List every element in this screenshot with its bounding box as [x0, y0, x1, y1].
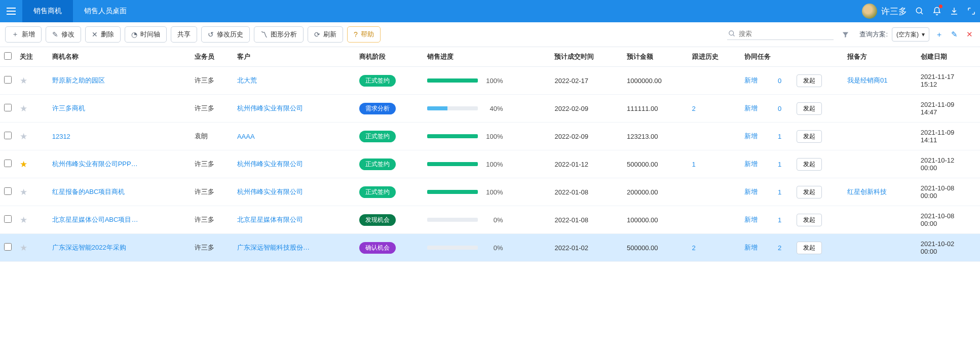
filter-icon[interactable]	[838, 28, 853, 42]
cotask-count-link[interactable]: 1	[778, 216, 781, 224]
table-row[interactable]: ★广东深远智能2022年采购许三多广东深远智能科技股份…确认机会0%2022-0…	[0, 234, 980, 262]
scheme-add-button[interactable]: ＋	[933, 29, 945, 40]
row-checkbox[interactable]	[4, 215, 12, 223]
table-row[interactable]: ★12312袁朗AAAA正式签约100%2022-02-09123213.00新…	[0, 123, 980, 150]
initiate-button[interactable]: 发起	[797, 130, 822, 143]
cotask-new-link[interactable]: 新增	[744, 188, 758, 195]
customer-link[interactable]: 杭州伟峰实业有限公司	[237, 187, 313, 196]
reporter-link[interactable]: 我是经销商01	[847, 76, 887, 84]
initiate-button[interactable]: 发起	[797, 102, 822, 115]
row-checkbox[interactable]	[4, 187, 12, 195]
opportunity-name-link[interactable]: 许三多商机	[52, 104, 138, 113]
customer-link[interactable]: 广东深远智能科技股份…	[237, 243, 313, 252]
col-name[interactable]: 商机名称	[48, 47, 191, 67]
cotask-new-link[interactable]: 新增	[744, 160, 758, 168]
opportunity-name-link[interactable]: 杭州伟峰实业有限公司PPP…	[52, 160, 138, 169]
username[interactable]: 许三多	[881, 0, 907, 22]
col-reporter[interactable]: 报备方	[843, 47, 917, 67]
cotask-count-link[interactable]: 0	[778, 105, 781, 112]
table-row[interactable]: ★许三多商机许三多杭州伟峰实业有限公司需求分析40%2022-02-091111…	[0, 95, 980, 123]
table-row[interactable]: ★北京星星媒体公司ABC项目…许三多北京星星媒体有限公司发现机会0%2022-0…	[0, 206, 980, 234]
initiate-button[interactable]: 发起	[797, 74, 822, 87]
add-button[interactable]: ＋新增	[5, 26, 42, 43]
followhist-link[interactable]: 2	[692, 244, 696, 252]
star-icon[interactable]: ★	[20, 132, 27, 141]
avatar[interactable]	[862, 4, 877, 19]
help-button[interactable]: ?帮助	[347, 26, 381, 43]
search-field[interactable]	[727, 29, 834, 40]
bell-icon[interactable]	[928, 0, 946, 22]
cotask-count-link[interactable]: 2	[778, 244, 781, 252]
followhist-link[interactable]: 1	[692, 161, 696, 168]
history-button[interactable]: ↺修改历史	[201, 26, 250, 43]
opportunity-name-link[interactable]: 广东深远智能2022年采购	[52, 243, 138, 252]
graph-button[interactable]: 〽图形分析	[254, 26, 304, 43]
customer-link[interactable]: 北京星星媒体有限公司	[237, 215, 313, 224]
opportunity-name-link[interactable]: 红星报备的ABC项目商机	[52, 187, 138, 196]
customer-link[interactable]: AAAA	[237, 133, 313, 140]
col-followhist[interactable]: 跟进历史	[688, 47, 740, 67]
refresh-button[interactable]: ⟳刷新	[308, 26, 343, 43]
initiate-button[interactable]: 发起	[797, 242, 822, 254]
share-button[interactable]: 共享	[171, 26, 197, 43]
table-row[interactable]: ★红星报备的ABC项目商机许三多杭州伟峰实业有限公司正式签约100%2022-0…	[0, 178, 980, 206]
table-row[interactable]: ★杭州伟峰实业有限公司PPP…许三多杭州伟峰实业有限公司正式签约100%2022…	[0, 150, 980, 178]
opportunity-name-link[interactable]: 野原新之助的园区	[52, 76, 138, 85]
opportunity-name-link[interactable]: 12312	[52, 133, 138, 140]
row-checkbox[interactable]	[4, 76, 12, 84]
initiate-button[interactable]: 发起	[797, 214, 822, 226]
star-icon[interactable]: ★	[20, 243, 27, 253]
initiate-button[interactable]: 发起	[797, 186, 822, 199]
expand-icon[interactable]	[963, 0, 980, 22]
cotask-new-link[interactable]: 新增	[744, 216, 758, 223]
expdate-cell: 2022-02-09	[550, 95, 623, 123]
col-stage[interactable]: 商机阶段	[355, 47, 423, 67]
menu-icon[interactable]	[0, 0, 22, 22]
star-icon[interactable]: ★	[20, 76, 27, 86]
cotask-new-link[interactable]: 新增	[744, 104, 758, 112]
table-row[interactable]: ★野原新之助的园区许三多北大荒正式签约100%2022-02-171000000…	[0, 67, 980, 95]
cotask-new-link[interactable]: 新增	[744, 132, 758, 140]
search-input[interactable]	[739, 30, 832, 37]
star-icon[interactable]: ★	[20, 104, 27, 113]
col-attn[interactable]: 关注	[16, 47, 48, 67]
cotask-new-link[interactable]: 新增	[744, 76, 758, 84]
star-icon[interactable]: ★	[20, 215, 27, 225]
star-icon[interactable]: ★	[20, 187, 27, 197]
nav-tab[interactable]: 销售商机	[22, 0, 73, 22]
row-checkbox[interactable]	[4, 132, 12, 139]
star-icon[interactable]: ★	[20, 160, 27, 169]
customer-link[interactable]: 杭州伟峰实业有限公司	[237, 160, 313, 169]
cotask-count-link[interactable]: 1	[778, 161, 781, 168]
cotask-count-link[interactable]: 0	[778, 77, 781, 85]
search-icon[interactable]	[911, 0, 928, 22]
scheme-edit-button[interactable]: ✎	[949, 29, 960, 40]
col-expdate[interactable]: 预计成交时间	[550, 47, 623, 67]
followhist-link[interactable]: 2	[692, 105, 696, 112]
customer-link[interactable]: 北大荒	[237, 76, 313, 85]
col-rep[interactable]: 业务员	[191, 47, 233, 67]
scheme-select[interactable]: (空方案) ▾	[892, 27, 929, 42]
cotask-count-link[interactable]: 1	[778, 133, 781, 140]
col-progress[interactable]: 销售进度	[423, 47, 551, 67]
scheme-delete-button[interactable]: ✕	[964, 29, 975, 40]
cotask-count-link[interactable]: 1	[778, 188, 781, 196]
delete-button[interactable]: ✕删除	[85, 26, 121, 43]
col-cust[interactable]: 客户	[233, 47, 355, 67]
row-checkbox[interactable]	[4, 160, 12, 167]
row-checkbox[interactable]	[4, 243, 12, 251]
col-cotask[interactable]: 协同任务	[740, 47, 793, 67]
row-checkbox[interactable]	[4, 104, 12, 111]
opportunity-name-link[interactable]: 北京星星媒体公司ABC项目…	[52, 215, 138, 224]
edit-button[interactable]: ✎修改	[46, 26, 81, 43]
select-all-checkbox[interactable]	[4, 52, 12, 60]
nav-tab[interactable]: 销售人员桌面	[73, 0, 138, 22]
download-icon[interactable]	[946, 0, 963, 22]
initiate-button[interactable]: 发起	[797, 158, 822, 171]
reporter-link[interactable]: 红星创新科技	[847, 188, 887, 195]
customer-link[interactable]: 杭州伟峰实业有限公司	[237, 104, 313, 113]
col-created[interactable]: 创建日期	[917, 47, 980, 67]
timeline-button[interactable]: ◔时间轴	[125, 26, 167, 43]
col-expamt[interactable]: 预计金额	[623, 47, 688, 67]
cotask-new-link[interactable]: 新增	[744, 244, 758, 251]
